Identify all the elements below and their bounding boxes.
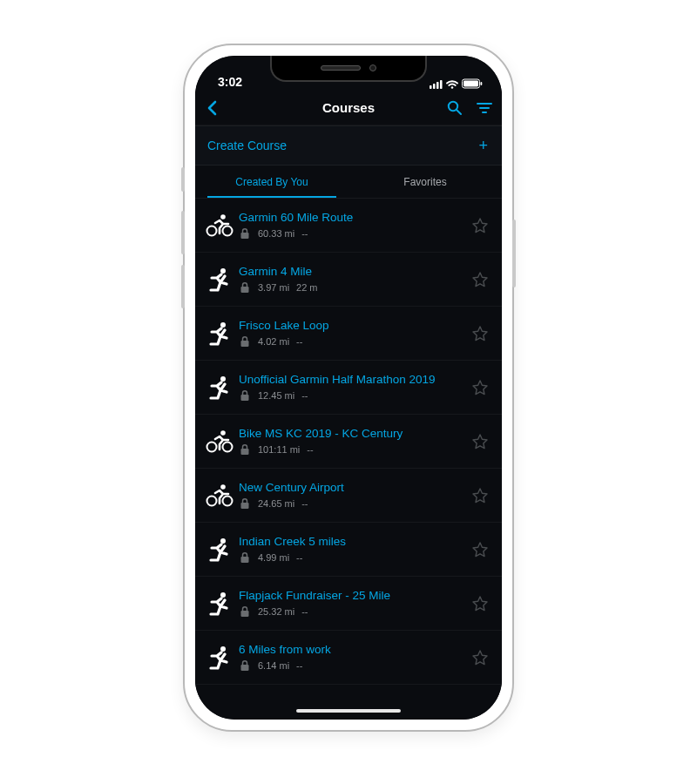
app-root: 3:02 Courses [195,56,502,720]
course-title: New Century Airport [239,481,467,496]
course-body: Flapjack Fundraiser - 25 Mile25.32 mi-- [237,589,467,618]
course-body: Indian Creek 5 miles4.99 mi-- [237,535,467,564]
course-row[interactable]: Frisco Lake Loop4.02 mi-- [195,307,502,361]
run-icon [202,375,237,401]
course-duration: -- [301,606,308,617]
favorite-star-button[interactable] [467,649,493,666]
phone-side-button [181,265,185,308]
lock-icon [239,389,251,402]
course-row[interactable]: Garmin 60 Mile Route60.33 mi-- [195,199,502,253]
favorite-star-button[interactable] [467,325,493,342]
course-meta: 60.33 mi-- [239,227,467,240]
bike-icon [202,483,237,509]
favorite-star-button[interactable] [467,379,493,396]
course-duration: -- [296,336,302,347]
phone-frame: 3:02 Courses [183,44,514,732]
plus-icon: + [478,137,488,155]
phone-speaker [321,65,361,71]
home-indicator[interactable] [296,709,401,713]
course-duration: -- [301,228,308,239]
lock-icon [239,281,251,294]
phone-screen: 3:02 Courses [195,56,502,720]
course-title: Unofficial Garmin Half Marathon 2019 [239,373,467,388]
favorite-star-button[interactable] [467,433,493,450]
course-distance: 3.97 mi [258,282,289,293]
course-duration: -- [301,498,308,509]
course-meta: 12.45 mi-- [239,389,467,402]
course-duration: -- [296,552,302,563]
lock-icon [239,443,251,456]
course-meta: 4.02 mi-- [239,335,467,348]
lock-icon [239,551,251,564]
run-icon [202,591,237,617]
course-title: Bike MS KC 2019 - KC Century [239,427,467,442]
wifi-icon [446,79,458,89]
back-button[interactable] [204,99,221,117]
course-body: Garmin 4 Mile3.97 mi22 m [237,265,467,294]
favorite-star-button[interactable] [467,541,493,558]
course-row[interactable]: Unofficial Garmin Half Marathon 201912.4… [195,361,502,415]
course-body: Bike MS KC 2019 - KC Century101:11 mi-- [237,427,467,456]
lock-icon [239,335,251,348]
phone-camera [369,64,376,71]
course-duration: -- [301,390,308,401]
favorite-star-button[interactable] [467,595,493,612]
run-icon [202,267,237,293]
course-meta: 24.65 mi-- [239,497,467,510]
course-meta: 101:11 mi-- [239,443,467,456]
run-icon [202,645,237,671]
tab-created-by-you[interactable]: Created By You [195,166,348,199]
search-button[interactable] [446,99,464,117]
course-row[interactable]: Indian Creek 5 miles4.99 mi-- [195,523,502,577]
tab-label: Favorites [403,176,446,188]
course-distance: 6.14 mi [258,660,289,671]
course-duration: 22 m [296,282,317,293]
favorite-star-button[interactable] [467,217,493,234]
course-distance: 101:11 mi [258,444,300,455]
run-icon [202,321,237,347]
phone-side-button [181,211,185,254]
course-distance: 12.45 mi [258,390,294,401]
course-meta: 4.99 mi-- [239,551,467,564]
course-body: New Century Airport24.65 mi-- [237,481,467,510]
tabs: Created By You Favorites [195,166,502,199]
course-title: Indian Creek 5 miles [239,535,467,550]
course-distance: 60.33 mi [258,228,294,239]
phone-notch [270,56,427,82]
course-row[interactable]: Bike MS KC 2019 - KC Century101:11 mi-- [195,415,502,469]
course-title: Frisco Lake Loop [239,319,467,334]
course-title: Flapjack Fundraiser - 25 Mile [239,589,467,604]
filter-button[interactable] [476,99,493,117]
phone-side-button [181,167,185,192]
course-duration: -- [296,660,302,671]
course-row[interactable]: 6 Miles from work6.14 mi-- [195,631,502,685]
course-body: Unofficial Garmin Half Marathon 201912.4… [237,373,467,402]
lock-icon [239,659,251,672]
favorite-star-button[interactable] [467,271,493,288]
battery-icon [462,78,483,89]
course-distance: 4.99 mi [258,552,289,563]
course-distance: 4.02 mi [258,336,289,347]
tab-label: Created By You [235,176,308,188]
course-meta: 25.32 mi-- [239,605,467,618]
status-time: 3:02 [218,75,242,89]
course-meta: 3.97 mi22 m [239,281,467,294]
bike-icon [202,213,237,239]
lock-icon [239,497,251,510]
course-row[interactable]: New Century Airport24.65 mi-- [195,469,502,523]
favorite-star-button[interactable] [467,487,493,504]
course-row[interactable]: Flapjack Fundraiser - 25 Mile25.32 mi-- [195,577,502,631]
course-duration: -- [307,444,313,455]
bike-icon [202,429,237,455]
course-distance: 25.32 mi [258,606,294,617]
course-body: 6 Miles from work6.14 mi-- [237,643,467,672]
course-body: Garmin 60 Mile Route60.33 mi-- [237,211,467,240]
course-title: 6 Miles from work [239,643,467,658]
create-course-button[interactable]: Create Course + [195,125,502,166]
course-title: Garmin 4 Mile [239,265,467,280]
course-meta: 6.14 mi-- [239,659,467,672]
course-list[interactable]: Garmin 60 Mile Route60.33 mi--Garmin 4 M… [195,199,502,720]
course-row[interactable]: Garmin 4 Mile3.97 mi22 m [195,253,502,307]
tab-favorites[interactable]: Favorites [348,166,502,199]
lock-icon [239,605,251,618]
